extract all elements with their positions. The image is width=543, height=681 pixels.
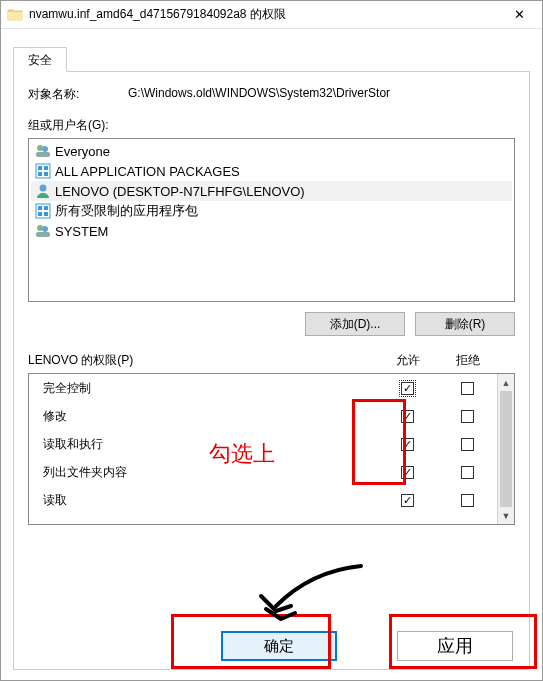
list-item[interactable]: 所有受限制的应用程序包 — [31, 201, 512, 221]
deny-checkbox[interactable] — [461, 494, 474, 507]
close-button[interactable]: ✕ — [497, 1, 542, 29]
svg-rect-16 — [36, 232, 50, 237]
remove-button[interactable]: 删除(R) — [415, 312, 515, 336]
permission-name: 读取和执行 — [43, 436, 377, 453]
permissions-rows: 完全控制修改读取和执行列出文件夹内容读取 — [29, 374, 497, 524]
list-item[interactable]: LENOVO (DESKTOP-N7LFHFG\LENOVO) — [31, 181, 512, 201]
svg-rect-13 — [44, 212, 48, 216]
deny-checkbox[interactable] — [461, 438, 474, 451]
permissions-label: LENOVO 的权限(P) — [28, 352, 378, 369]
allow-checkbox[interactable] — [401, 494, 414, 507]
permission-name: 读取 — [43, 492, 377, 509]
svg-point-15 — [42, 226, 48, 232]
svg-rect-6 — [38, 172, 42, 176]
list-item-label: 所有受限制的应用程序包 — [55, 202, 198, 220]
deny-checkbox[interactable] — [461, 466, 474, 479]
groups-listbox[interactable]: EveryoneALL APPLICATION PACKAGESLENOVO (… — [28, 138, 515, 302]
scrollbar-vertical[interactable]: ▲ ▼ — [497, 374, 514, 524]
title-bar: nvamwu.inf_amd64_d4715679184092a8 的权限 ✕ — [1, 1, 542, 29]
scrollbar-thumb[interactable] — [500, 391, 512, 507]
permission-name: 列出文件夹内容 — [43, 464, 377, 481]
permission-row: 完全控制 — [29, 374, 497, 402]
svg-point-1 — [42, 146, 48, 152]
list-item[interactable]: Everyone — [31, 141, 512, 161]
deny-checkbox[interactable] — [461, 382, 474, 395]
property-sheet: 安全 对象名称: G:\Windows.old\WINDOWS\System32… — [13, 47, 530, 670]
svg-rect-2 — [36, 152, 50, 157]
permission-name: 完全控制 — [43, 380, 377, 397]
dialog-buttons-row: 确定 应用 — [14, 631, 529, 661]
list-item-label: LENOVO (DESKTOP-N7LFHFG\LENOVO) — [55, 184, 305, 199]
col-deny-label: 拒绝 — [438, 352, 498, 369]
scrollbar-down-arrow[interactable]: ▼ — [498, 507, 514, 524]
col-allow-label: 允许 — [378, 352, 438, 369]
permission-row: 修改 — [29, 402, 497, 430]
list-item-label: ALL APPLICATION PACKAGES — [55, 164, 240, 179]
svg-rect-7 — [44, 172, 48, 176]
permissions-grid: 完全控制修改读取和执行列出文件夹内容读取 ▲ ▼ — [28, 373, 515, 525]
allow-checkbox[interactable] — [401, 466, 414, 479]
svg-rect-4 — [38, 166, 42, 170]
groups-label: 组或用户名(G): — [28, 117, 515, 134]
deny-checkbox[interactable] — [461, 410, 474, 423]
ok-button[interactable]: 确定 — [221, 631, 337, 661]
permission-row: 读取和执行 — [29, 430, 497, 458]
svg-rect-10 — [38, 206, 42, 210]
tab-security[interactable]: 安全 — [13, 47, 67, 72]
svg-rect-11 — [44, 206, 48, 210]
svg-rect-12 — [38, 212, 42, 216]
svg-point-14 — [37, 225, 43, 231]
svg-point-8 — [40, 185, 47, 192]
apply-button[interactable]: 应用 — [397, 631, 513, 661]
folder-icon — [7, 7, 23, 23]
tab-body: 对象名称: G:\Windows.old\WINDOWS\System32\Dr… — [13, 71, 530, 670]
svg-point-0 — [37, 145, 43, 151]
permission-row: 读取 — [29, 486, 497, 514]
object-name-row: 对象名称: G:\Windows.old\WINDOWS\System32\Dr… — [28, 86, 515, 103]
permission-name: 修改 — [43, 408, 377, 425]
permissions-header: LENOVO 的权限(P) 允许 拒绝 — [28, 352, 515, 369]
object-name-value: G:\Windows.old\WINDOWS\System32\DriverSt… — [128, 86, 515, 103]
close-icon: ✕ — [514, 7, 525, 22]
add-button[interactable]: 添加(D)... — [305, 312, 405, 336]
list-item[interactable]: SYSTEM — [31, 221, 512, 241]
window-title: nvamwu.inf_amd64_d4715679184092a8 的权限 — [29, 6, 497, 23]
list-item-label: Everyone — [55, 144, 110, 159]
allow-checkbox[interactable] — [401, 438, 414, 451]
scrollbar-up-arrow[interactable]: ▲ — [498, 374, 514, 391]
list-item-label: SYSTEM — [55, 224, 108, 239]
list-item[interactable]: ALL APPLICATION PACKAGES — [31, 161, 512, 181]
svg-rect-5 — [44, 166, 48, 170]
permission-row: 列出文件夹内容 — [29, 458, 497, 486]
object-name-label: 对象名称: — [28, 86, 128, 103]
allow-checkbox[interactable] — [401, 410, 414, 423]
group-buttons-row: 添加(D)... 删除(R) — [28, 312, 515, 336]
allow-checkbox[interactable] — [401, 382, 414, 395]
